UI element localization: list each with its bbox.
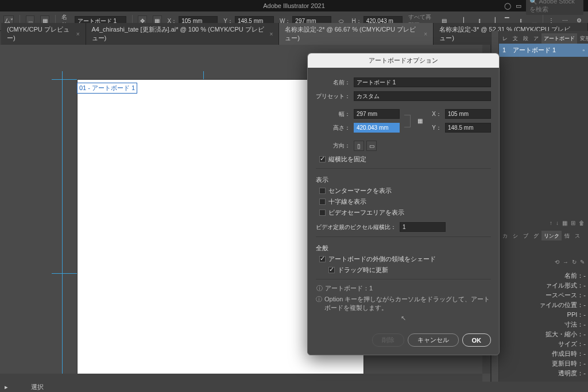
ok-button[interactable]: OK (462, 333, 492, 347)
doc-tab-0[interactable]: (CMYK/CPU プレビュー)× (1, 23, 86, 45)
info-artboard-count: アートボード：1 (325, 284, 373, 293)
info-option-drag: Option キーを押しながらカーソルをドラッグして、アートボードを複製します。 (324, 295, 491, 312)
link-properties: 名前：- ァイル形式：- ースペース：- ァイルの位置：- PPI：- 寸法：-… (499, 267, 588, 382)
delete-artboard-icon[interactable]: 🗑 (579, 220, 585, 226)
app-title: Adobe Illustrator 2021 (263, 2, 325, 9)
center-mark-checkbox[interactable] (319, 188, 326, 194)
artboard-list-row[interactable]: 1 アートボード 1 ▫ (499, 44, 588, 57)
link-wh-icon[interactable] (404, 115, 411, 127)
pixel-ratio-input[interactable] (400, 222, 446, 232)
general-section-title: 全般 (316, 244, 491, 253)
panel-tabs-top: レ 文 段 ア アートボード 変形 (499, 31, 588, 44)
constrain-label: 縦横比を固定 (328, 155, 366, 164)
status-selection: 選択 (31, 383, 44, 391)
panel-tab-gradient[interactable]: グ (531, 231, 541, 241)
panel-tab-appearance[interactable]: ア (531, 33, 541, 44)
x-input[interactable] (445, 109, 491, 119)
right-panels: レ 文 段 ア アートボード 変形 1 アートボード 1 ▫ ↑ ↓ ▦ ⊞ 🗑… (499, 31, 588, 382)
portrait-icon[interactable]: ▯ (354, 141, 364, 151)
artboards-panel: 1 アートボード 1 ▫ ↑ ↓ ▦ ⊞ 🗑 (499, 44, 588, 228)
new-artboard-icon[interactable]: ⊞ (571, 220, 575, 226)
panel-tab-transform[interactable]: 変形 (578, 33, 588, 44)
name-input[interactable] (354, 77, 491, 87)
panel-tab-para[interactable]: 段 (521, 33, 531, 44)
height-input[interactable] (354, 123, 400, 133)
edit-icon[interactable]: ✎ (580, 259, 585, 265)
titlebar: Adobe Illustrator 2021 ◯ ▭ 🔍 Adobe Stock… (0, 0, 588, 11)
artboard-label[interactable]: 01 - アートボード 1 (77, 83, 137, 94)
update-icon[interactable]: ↻ (572, 259, 577, 265)
panel-tab-char[interactable]: 文 (510, 33, 520, 44)
name-label: 名前： (316, 79, 350, 87)
constrain-checkbox[interactable] (319, 156, 326, 162)
user-icon[interactable]: ◯ (504, 2, 511, 10)
dialog-footer: 削除 キャンセル OK (308, 328, 499, 355)
panel-tab-color[interactable]: カ (500, 231, 510, 241)
delete-button: 削除 (372, 333, 404, 347)
move-up-icon[interactable]: ↑ (550, 220, 552, 226)
rearrange-all-icon[interactable]: ▦ (562, 220, 567, 226)
height-label: 高さ： (316, 124, 350, 132)
status-bar: ▸ 選択 (0, 382, 588, 392)
cursor-icon: ↖ (316, 315, 491, 322)
y-input[interactable] (445, 123, 491, 133)
display-section-title: 表示 (316, 176, 491, 184)
move-down-icon[interactable]: ↓ (556, 220, 559, 226)
x-label: X： (430, 110, 442, 118)
arrange-icon[interactable]: ▭ (516, 2, 521, 10)
orient-label: 方向： (316, 142, 350, 150)
links-panel-actions: ⟲ → ↻ ✎ (499, 257, 588, 267)
goto-icon[interactable]: → (563, 259, 568, 265)
update-drag-checkbox[interactable] (328, 267, 335, 273)
width-input[interactable] (354, 109, 400, 119)
artboard-panel-actions: ↑ ↓ ▦ ⊞ 🗑 (499, 218, 588, 228)
landscape-icon[interactable]: ▭ (366, 141, 377, 151)
relink-icon[interactable]: ⟲ (555, 259, 559, 265)
close-icon[interactable]: × (270, 31, 273, 37)
panel-tab-links[interactable]: リンク (541, 231, 562, 241)
y-label: Y： (430, 124, 442, 132)
scrollbar-horizontal[interactable] (0, 374, 482, 382)
panel-tabs-bottom: カ シ ブ グ リンク 情 ス (499, 228, 588, 241)
artboard-options-dialog: アートボードオプション 名前： プリセット： カスタム 幅： 高さ： (307, 53, 500, 355)
search-stock[interactable]: 🔍 Adobe Stock を検索 (526, 0, 583, 15)
dialog-title: アートボードオプション (308, 53, 499, 68)
close-icon[interactable]: × (76, 31, 80, 37)
pixel-ratio-label: ビデオ定規のピクセル縦横比： (316, 223, 396, 231)
preset-select[interactable]: カスタム (354, 91, 491, 101)
crosshair-checkbox[interactable] (319, 199, 326, 205)
zoom-indicator[interactable]: ▸ (5, 383, 8, 391)
video-safe-checkbox[interactable] (319, 209, 326, 216)
doc-tab-2[interactable]: 名称未設定-2* @ 66.67 % (CMYK/CPU プレビュー)× (279, 23, 434, 45)
panel-tab-artboards[interactable]: アートボード (541, 33, 577, 44)
reference-grid-icon[interactable]: ▦ (415, 115, 425, 127)
close-icon[interactable]: × (424, 31, 427, 37)
artboard-row-name: アートボード 1 (513, 46, 578, 55)
titlebar-right: ◯ ▭ 🔍 Adobe Stock を検索 (504, 0, 583, 15)
doc-tab-1[interactable]: A4_chirashi_tate [更新済み].ai* @ 100 % (CMY… (86, 23, 280, 45)
info-icon: ⓘ (316, 295, 322, 304)
cancel-button[interactable]: キャンセル (408, 333, 459, 347)
width-label: 幅： (316, 110, 350, 118)
panel-tab-symbols[interactable]: シ (510, 231, 520, 241)
artboard-row-index: 1 (502, 46, 508, 53)
panel-tab-swatches[interactable]: ス (572, 231, 582, 241)
info-icon: ⓘ (316, 284, 323, 293)
panel-tab-brushes[interactable]: ブ (521, 231, 531, 241)
preset-label: プリセット： (316, 92, 350, 100)
panel-tab-layers[interactable]: レ (500, 33, 510, 44)
shade-checkbox[interactable] (319, 256, 326, 262)
artboard-options-icon[interactable]: ▫ (582, 47, 585, 53)
panel-tab-info[interactable]: 情 (562, 231, 572, 241)
